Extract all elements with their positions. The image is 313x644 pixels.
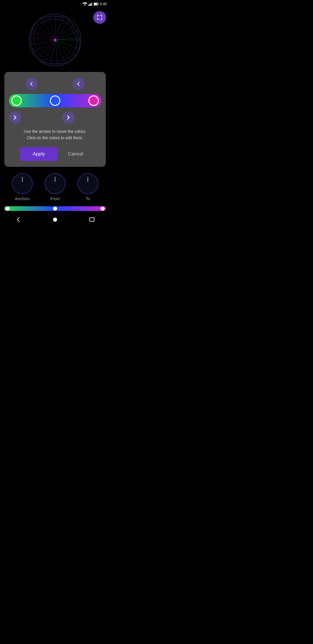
bottom-gradient-bar[interactable] [4, 206, 106, 211]
svg-rect-1 [90, 4, 90, 6]
expand-icon [97, 14, 103, 21]
recents-icon [88, 216, 95, 223]
chevron-left-icon-1 [29, 81, 34, 86]
from-label: From [50, 196, 60, 201]
signal-icon [88, 2, 92, 6]
status-time: 5:40 [100, 2, 107, 6]
from-knob-indicator [54, 177, 55, 182]
back-icon [15, 216, 22, 223]
arrow-right-button-1[interactable] [9, 111, 21, 124]
arrow-row [9, 111, 101, 124]
from-knob[interactable] [45, 173, 65, 194]
chevron-row [9, 78, 101, 90]
svg-line-25 [55, 17, 63, 40]
svg-line-28 [55, 31, 78, 40]
anchors-knob[interactable] [12, 173, 33, 194]
arrow-right-icon-2 [66, 115, 71, 120]
cancel-button[interactable]: Cancel [61, 147, 90, 161]
svg-line-19 [30, 38, 55, 40]
status-icons: 5:40 [83, 2, 107, 6]
instruction-text: Use the arrows to move the colors. Click… [9, 128, 101, 141]
status-bar: 5:40 [0, 0, 110, 8]
bottom-dot-mid[interactable] [53, 207, 57, 211]
anchors-knob-item: Anchors [12, 173, 33, 201]
svg-rect-3 [92, 2, 92, 6]
svg-line-12 [55, 40, 65, 63]
svg-line-26 [55, 20, 70, 40]
recents-button[interactable] [83, 214, 101, 225]
apply-button[interactable]: Apply [20, 147, 58, 161]
chevron-left-button-2[interactable] [72, 78, 85, 90]
expand-button[interactable] [93, 11, 106, 24]
svg-line-20 [32, 31, 55, 40]
svg-line-13 [55, 40, 58, 65]
svg-line-29 [55, 38, 79, 40]
bottom-dot-left[interactable] [6, 207, 10, 211]
bottom-dot-right[interactable] [101, 207, 105, 211]
from-knob-item: From [45, 173, 65, 201]
battery-icon [94, 2, 99, 6]
to-knob-indicator [88, 177, 88, 182]
chevron-left-icon-2 [76, 81, 81, 86]
instruction-line1: Use the arrows to move the colors. [24, 129, 86, 134]
slider-thumb-blue[interactable] [50, 95, 60, 106]
svg-line-27 [55, 25, 75, 40]
svg-rect-6 [94, 3, 97, 5]
svg-line-10 [55, 40, 75, 56]
svg-line-24 [55, 15, 56, 40]
svg-line-9 [55, 40, 78, 48]
wifi-icon [83, 2, 87, 6]
instruction-line2: Click on the colors to edit them. [27, 135, 83, 140]
to-knob-item: To [77, 173, 98, 201]
svg-rect-2 [91, 3, 92, 6]
svg-line-22 [41, 19, 55, 40]
arrow-right-button-2[interactable] [62, 111, 74, 124]
svg-line-21 [36, 25, 55, 40]
home-button[interactable] [46, 214, 64, 225]
arrow-right-icon-1 [13, 115, 17, 120]
svg-point-33 [54, 39, 56, 41]
controls-area: Anchors From To [0, 167, 110, 211]
svg-rect-0 [88, 5, 89, 6]
action-buttons: Apply Cancel [9, 147, 101, 161]
anchors-knob-indicator [22, 177, 23, 182]
nav-bar [0, 213, 110, 228]
svg-line-11 [55, 40, 71, 60]
anchors-label: Anchors [15, 196, 30, 201]
to-label: To [86, 196, 90, 201]
slider-thumb-green[interactable] [11, 95, 22, 106]
slider-thumb-pink[interactable] [88, 95, 99, 106]
canvas-area [0, 8, 110, 72]
knob-row: Anchors From To [0, 170, 110, 203]
back-button[interactable] [9, 214, 28, 225]
svg-line-15 [43, 40, 55, 62]
svg-point-34 [53, 218, 57, 222]
chevron-left-button-1[interactable] [26, 78, 38, 90]
svg-rect-35 [90, 218, 94, 221]
home-icon [52, 216, 59, 223]
svg-rect-5 [98, 3, 99, 5]
color-editor-dialog: Use the arrows to move the colors. Click… [4, 72, 106, 167]
svg-line-17 [33, 40, 55, 52]
gradient-slider[interactable] [9, 94, 101, 107]
to-knob[interactable] [77, 173, 98, 194]
spirograph-visualization [23, 11, 87, 69]
